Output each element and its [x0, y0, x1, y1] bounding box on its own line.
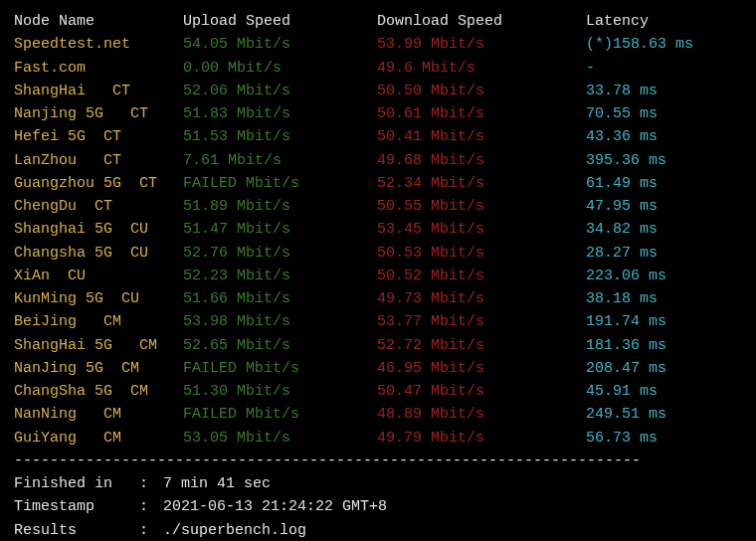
cell-download: 52.34 Mbit/s: [377, 172, 586, 195]
cell-node: Guangzhou 5G CT: [14, 172, 183, 195]
cell-download: 50.52 Mbit/s: [377, 265, 586, 287]
table-row: NanNing CMFAILED Mbit/s48.89 Mbit/s249.5…: [14, 403, 742, 426]
cell-upload: 7.61 Mbit/s: [183, 149, 377, 172]
cell-upload: 51.53 Mbit/s: [183, 125, 377, 148]
cell-latency: 61.49 ms: [586, 172, 742, 195]
cell-download: 53.99 Mbit/s: [377, 33, 586, 56]
cell-download: 49.79 Mbit/s: [377, 427, 586, 450]
cell-upload: 52.06 Mbit/s: [183, 80, 377, 102]
table-row: Nanjing 5G CT51.83 Mbit/s50.61 Mbit/s70.…: [14, 102, 742, 125]
footer-results-label: Results :: [14, 519, 163, 542]
table-row: NanJing 5G CMFAILED Mbit/s46.95 Mbit/s20…: [14, 357, 742, 380]
cell-latency: 223.06 ms: [586, 265, 742, 287]
footer-timestamp: Timestamp : 2021-06-13 21:24:22 GMT+8: [14, 495, 742, 518]
cell-node: ChengDu CT: [14, 195, 183, 218]
cell-node: Hefei 5G CT: [14, 125, 183, 148]
cell-download: 50.55 Mbit/s: [377, 195, 586, 218]
cell-latency: -: [586, 57, 742, 80]
cell-latency: 70.55 ms: [586, 102, 742, 125]
cell-upload: 0.00 Mbit/s: [183, 57, 377, 80]
cell-upload: 52.76 Mbit/s: [183, 242, 377, 265]
cell-node: BeiJing CM: [14, 310, 183, 333]
table-row: ChangSha 5G CM51.30 Mbit/s50.47 Mbit/s45…: [14, 380, 742, 403]
cell-node: Changsha 5G CU: [14, 242, 183, 265]
cell-latency: (*)158.63 ms: [586, 33, 742, 56]
cell-node: ShangHai 5G CM: [14, 334, 183, 357]
cell-download: 50.61 Mbit/s: [377, 102, 586, 125]
cell-node: Fast.com: [14, 57, 183, 80]
table-row: LanZhou CT7.61 Mbit/s49.68 Mbit/s395.36 …: [14, 149, 742, 172]
cell-latency: 45.91 ms: [586, 380, 742, 403]
cell-download: 49.73 Mbit/s: [377, 287, 586, 310]
cell-node: NanJing 5G CM: [14, 357, 183, 380]
cell-upload: 51.89 Mbit/s: [183, 195, 377, 218]
cell-download: 50.47 Mbit/s: [377, 380, 586, 403]
cell-node: ShangHai CT: [14, 80, 183, 102]
table-row: BeiJing CM53.98 Mbit/s53.77 Mbit/s191.74…: [14, 310, 742, 333]
cell-upload: 52.23 Mbit/s: [183, 265, 377, 287]
footer-results-value: ./superbench.log: [163, 519, 306, 542]
table-body: Speedtest.net54.05 Mbit/s53.99 Mbit/s(*)…: [14, 33, 742, 450]
cell-latency: 38.18 ms: [586, 287, 742, 310]
cell-upload: FAILED Mbit/s: [183, 357, 377, 380]
footer-timestamp-value: 2021-06-13 21:24:22 GMT+8: [163, 495, 387, 518]
cell-latency: 43.36 ms: [586, 125, 742, 148]
table-row: Changsha 5G CU52.76 Mbit/s50.53 Mbit/s28…: [14, 242, 742, 265]
footer-timestamp-label: Timestamp :: [14, 495, 163, 518]
cell-latency: 249.51 ms: [586, 403, 742, 426]
table-row: Shanghai 5G CU51.47 Mbit/s53.45 Mbit/s34…: [14, 218, 742, 241]
footer-finished-label: Finished in :: [14, 472, 163, 495]
cell-download: 52.72 Mbit/s: [377, 334, 586, 357]
table-row: Speedtest.net54.05 Mbit/s53.99 Mbit/s(*)…: [14, 33, 742, 56]
separator-line: ----------------------------------------…: [14, 450, 742, 472]
cell-download: 53.45 Mbit/s: [377, 218, 586, 241]
table-row: Fast.com0.00 Mbit/s49.6 Mbit/s-: [14, 57, 742, 80]
cell-download: 50.50 Mbit/s: [377, 80, 586, 102]
cell-upload: FAILED Mbit/s: [183, 172, 377, 195]
table-row: ChengDu CT51.89 Mbit/s50.55 Mbit/s47.95 …: [14, 195, 742, 218]
cell-latency: 395.36 ms: [586, 149, 742, 172]
cell-download: 50.53 Mbit/s: [377, 242, 586, 265]
table-row: XiAn CU52.23 Mbit/s50.52 Mbit/s223.06 ms: [14, 265, 742, 287]
table-header: Node Name Upload Speed Download Speed La…: [14, 10, 742, 33]
cell-node: Nanjing 5G CT: [14, 102, 183, 125]
cell-latency: 47.95 ms: [586, 195, 742, 218]
footer-results: Results : ./superbench.log: [14, 519, 742, 542]
cell-download: 49.6 Mbit/s: [377, 57, 586, 80]
cell-upload: 51.30 Mbit/s: [183, 380, 377, 403]
cell-latency: 34.82 ms: [586, 218, 742, 241]
table-row: Hefei 5G CT51.53 Mbit/s50.41 Mbit/s43.36…: [14, 125, 742, 148]
header-download: Download Speed: [377, 10, 586, 33]
table-row: KunMing 5G CU51.66 Mbit/s49.73 Mbit/s38.…: [14, 287, 742, 310]
cell-upload: 53.98 Mbit/s: [183, 310, 377, 333]
header-upload: Upload Speed: [183, 10, 377, 33]
cell-node: LanZhou CT: [14, 149, 183, 172]
cell-node: NanNing CM: [14, 403, 183, 426]
cell-node: Speedtest.net: [14, 33, 183, 56]
cell-download: 53.77 Mbit/s: [377, 310, 586, 333]
table-row: Guangzhou 5G CTFAILED Mbit/s52.34 Mbit/s…: [14, 172, 742, 195]
cell-upload: 53.05 Mbit/s: [183, 427, 377, 450]
cell-latency: 28.27 ms: [586, 242, 742, 265]
cell-latency: 33.78 ms: [586, 80, 742, 102]
footer-finished: Finished in : 7 min 41 sec: [14, 472, 742, 495]
cell-node: KunMing 5G CU: [14, 287, 183, 310]
cell-node: ChangSha 5G CM: [14, 380, 183, 403]
footer-finished-value: 7 min 41 sec: [163, 472, 271, 495]
cell-upload: 51.83 Mbit/s: [183, 102, 377, 125]
cell-upload: FAILED Mbit/s: [183, 403, 377, 426]
cell-latency: 208.47 ms: [586, 357, 742, 380]
header-node: Node Name: [14, 10, 183, 33]
table-row: ShangHai CT52.06 Mbit/s50.50 Mbit/s33.78…: [14, 80, 742, 102]
cell-latency: 56.73 ms: [586, 427, 742, 450]
cell-latency: 191.74 ms: [586, 310, 742, 333]
cell-node: GuiYang CM: [14, 427, 183, 450]
header-latency: Latency: [586, 10, 742, 33]
table-row: ShangHai 5G CM52.65 Mbit/s52.72 Mbit/s18…: [14, 334, 742, 357]
cell-node: Shanghai 5G CU: [14, 218, 183, 241]
cell-download: 46.95 Mbit/s: [377, 357, 586, 380]
table-row: GuiYang CM53.05 Mbit/s49.79 Mbit/s56.73 …: [14, 427, 742, 450]
cell-latency: 181.36 ms: [586, 334, 742, 357]
cell-download: 49.68 Mbit/s: [377, 149, 586, 172]
cell-upload: 51.47 Mbit/s: [183, 218, 377, 241]
